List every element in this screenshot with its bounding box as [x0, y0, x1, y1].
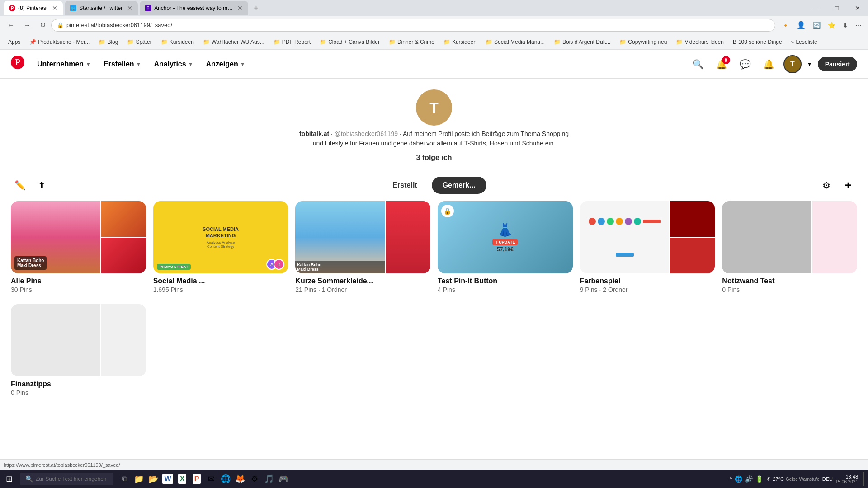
taskbar-app-word[interactable]: W: [160, 472, 175, 486]
minimize-button[interactable]: —: [806, 1, 826, 15]
taskbar-app-firefox[interactable]: 🦊: [233, 472, 247, 486]
bookmark-kursideen2[interactable]: 📁 Kursideen: [441, 38, 479, 46]
farbenspiel-bottom: [670, 238, 715, 273]
pinterest-logo[interactable]: P: [11, 56, 24, 73]
taskbar-app-excel[interactable]: X: [175, 472, 189, 486]
bookmark-kursideen1[interactable]: 📁 Kursideen: [158, 38, 197, 46]
board-card-finanztipps[interactable]: Finanztipps 0 Pins: [11, 304, 146, 396]
taskbar-search-input[interactable]: [36, 476, 108, 482]
hidden-icons-button[interactable]: ^: [730, 476, 732, 482]
bookmark-schoene-label: 100 schöne Dinge: [738, 39, 782, 45]
tab-pinterest[interactable]: P (8) Pinterest ✕: [4, 1, 63, 15]
bookmark-apps[interactable]: Apps: [5, 38, 23, 46]
tab-twitter-title: Startseite / Twitter: [79, 5, 123, 11]
bookmark-bois[interactable]: 📁 Bois d'Argent Duft...: [551, 38, 613, 46]
reload-button[interactable]: ↻: [36, 19, 49, 31]
test-img: 🔒 👗 T UPDATE 57,19€: [438, 201, 573, 273]
nav-erstellen[interactable]: Erstellen ▼: [98, 56, 146, 72]
tab-twitter-close[interactable]: ✕: [127, 5, 132, 12]
board-card-test[interactable]: 🔒 👗 T UPDATE 57,19€ Test Pin-It Button 4…: [438, 201, 573, 293]
weather-indicator: ☀ 27°C Gelbe Warnstufe: [766, 476, 819, 482]
bookmark-pdf[interactable]: 📁 PDF Report: [271, 38, 313, 46]
bookmark-copywriting-label: Copywriting neu: [628, 39, 667, 45]
taskbar-search-bar[interactable]: 🔍: [20, 473, 113, 485]
taskbar-app-game[interactable]: 🎮: [276, 472, 291, 486]
taskbar-app-explorer[interactable]: 📁: [132, 472, 146, 486]
new-tab-button[interactable]: +: [250, 2, 262, 15]
profile-following-link[interactable]: 3 folge ich: [416, 154, 452, 161]
bookmark-bois-icon: 📁: [554, 39, 561, 45]
bookmark-schoene-icon: B: [733, 39, 736, 45]
tab-pinterest-close[interactable]: ✕: [52, 5, 57, 12]
taskbar-app-spotify[interactable]: 🎵: [262, 472, 276, 486]
notizwand-title: Notizwand Test: [722, 277, 857, 285]
board-card-farbenspiel[interactable]: Farbenspiel 9 Pins · 2 Ordner: [580, 201, 715, 293]
promo-badge: PROMO EFFEKT: [157, 264, 191, 270]
download-button[interactable]: ⬇: [840, 20, 851, 31]
forward-button[interactable]: →: [20, 19, 34, 31]
close-button[interactable]: ✕: [847, 1, 868, 15]
test-meta: 4 Pins: [438, 286, 573, 293]
bookmark-social[interactable]: 📁 Social Media Mana...: [483, 38, 547, 46]
bookmark-canva[interactable]: 📁 Cload + Canva Bilder: [317, 38, 382, 46]
nav-analytics[interactable]: Analytics ▼: [149, 56, 199, 72]
back-button[interactable]: ←: [4, 19, 18, 31]
avatar-2: B: [274, 259, 284, 270]
taskbar-app-settings[interactable]: ⚙: [247, 472, 262, 486]
extensions-button[interactable]: 🔸: [779, 20, 792, 31]
profile-button[interactable]: 👤: [794, 19, 808, 31]
bookmark-blog[interactable]: 📁 Blog: [96, 38, 121, 46]
tab-twitter[interactable]: 🐦 Startseite / Twitter ✕: [65, 1, 138, 15]
maximize-button[interactable]: □: [826, 1, 847, 15]
share-icon-button[interactable]: ⬆: [33, 176, 51, 194]
nav-anzeigen[interactable]: Anzeigen ▼: [201, 56, 251, 72]
add-board-button[interactable]: +: [839, 176, 857, 194]
avatar-chevron[interactable]: ▼: [807, 61, 812, 67]
taskbar-clock[interactable]: 18:48 15.06.2021: [835, 474, 858, 484]
game-icon: 🎮: [278, 474, 288, 484]
filter-button[interactable]: ⚙: [817, 176, 835, 194]
sommer-title: Kurze Sommerkleide...: [295, 277, 430, 285]
start-button[interactable]: ⊞: [0, 470, 18, 488]
taskbar-app-outlook[interactable]: ✉: [204, 472, 218, 486]
favorites-button[interactable]: ⭐: [825, 20, 838, 31]
bookmark-copywriting[interactable]: 📁 Copywriting neu: [617, 38, 670, 46]
tab-erstellt[interactable]: Erstellt: [382, 177, 428, 194]
taskbar-app-taskview[interactable]: ⧉: [117, 472, 132, 486]
address-bar[interactable]: 🔒 pinterest.at/tobiasbecker061199/_saved…: [51, 19, 775, 32]
board-card-alle-pins[interactable]: Kaftan BohoMaxi Dress Alle Pins 30 Pins: [11, 201, 146, 293]
tab-anchor-close[interactable]: ✕: [237, 5, 243, 12]
bookmark-leseliste[interactable]: » Leseliste: [788, 38, 820, 46]
pause-button[interactable]: Pausiert: [818, 57, 857, 71]
sync-button[interactable]: 🔄: [810, 20, 823, 31]
board-card-notizwand[interactable]: Notizwand Test 0 Pins: [722, 201, 857, 293]
board-card-social-media[interactable]: SOCIAL MEDIAMARKETING Analytics AnalyseC…: [153, 201, 288, 293]
bookmark-spaeter[interactable]: 📁 Später: [124, 38, 154, 46]
dress-illustration: 👗: [492, 222, 518, 237]
nav-unternehmen[interactable]: Unternehmen ▼: [32, 56, 96, 72]
avatar-button[interactable]: T: [783, 55, 802, 73]
battery-icon[interactable]: 🔋: [755, 475, 763, 483]
bookmark-videokurs[interactable]: 📁 Videokurs Ideen: [673, 38, 726, 46]
taskbar-app-powerpoint[interactable]: P: [189, 472, 204, 486]
messages-button[interactable]: 💬: [736, 55, 755, 73]
bookmark-produktsuche[interactable]: 📌 Produktsuche - Mer...: [27, 38, 92, 46]
bookmark-social-label: Social Media Mana...: [494, 39, 545, 45]
show-desktop-button[interactable]: [863, 472, 864, 486]
edit-icon-button[interactable]: ✏️: [11, 176, 29, 194]
taskbar-app-files[interactable]: 📂: [146, 472, 160, 486]
bookmark-dinner[interactable]: 📁 Dinner & Crime: [386, 38, 437, 46]
notifications-button[interactable]: 🔔 8: [713, 55, 731, 73]
tab-gemerkt[interactable]: Gemerk...: [432, 177, 486, 194]
alerts-button[interactable]: 🔔: [760, 55, 778, 73]
network-icon[interactable]: 🌐: [735, 475, 742, 483]
board-card-sommer[interactable]: Kaftan BohoMaxi Dress Kurze Sommerkleide…: [295, 201, 430, 293]
bookmark-wahlfaecher[interactable]: 📁 Wahlfächer WU Aus...: [200, 38, 267, 46]
volume-icon[interactable]: 🔊: [745, 475, 753, 483]
tab-anchor[interactable]: 🎙 Anchor - The easiest way to mai... ✕: [140, 1, 248, 15]
test-content: 👗 T UPDATE 57,19€: [492, 222, 518, 253]
search-button[interactable]: 🔍: [689, 55, 708, 73]
taskbar-app-edge[interactable]: 🌐: [218, 472, 233, 486]
bookmark-schoene[interactable]: B 100 schöne Dinge: [730, 38, 785, 46]
settings-button[interactable]: ⋯: [853, 20, 864, 31]
